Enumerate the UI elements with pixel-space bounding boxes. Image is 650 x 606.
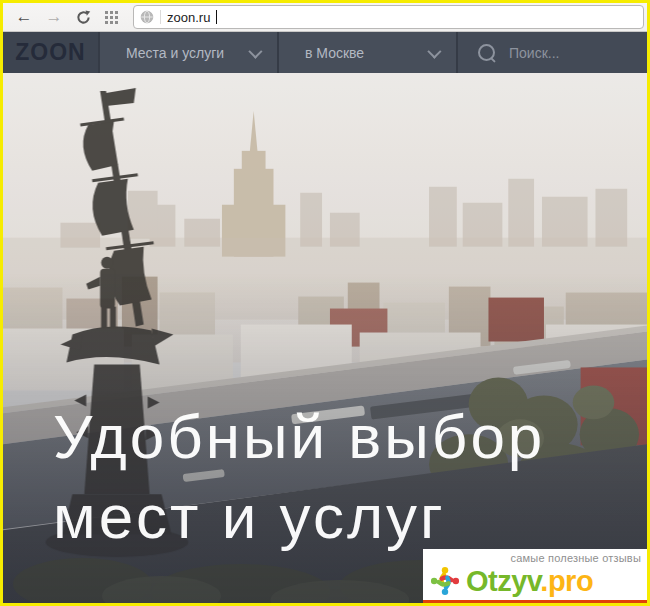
chevron-down-icon	[427, 44, 441, 58]
hero-title-line1: Удобный выбор	[53, 397, 545, 477]
hero-title: Удобный выбор мест и услуг	[53, 397, 545, 557]
hero-title-line2: мест и услуг	[53, 477, 545, 557]
watermark-tagline: самые полезные отзывы	[428, 552, 641, 564]
site-navbar: ZOON Места и услуги в Москве	[3, 32, 647, 73]
nav-dropdown-places-label: Места и услуги	[126, 45, 224, 61]
browser-window: ← →	[0, 0, 650, 606]
forward-icon[interactable]: →	[41, 4, 67, 30]
nav-dropdown-places[interactable]: Места и услуги	[98, 32, 277, 73]
globe-icon	[140, 10, 154, 24]
url-text[interactable]: zoon.ru	[167, 10, 210, 25]
back-icon[interactable]: ←	[11, 4, 37, 30]
apps-grid-icon[interactable]	[99, 5, 123, 29]
hero-section: Удобный выбор мест и услуг самые полезны…	[3, 73, 647, 603]
url-bar[interactable]: zoon.ru	[133, 5, 644, 29]
search-input[interactable]	[507, 44, 650, 62]
otzyv-brand-green: Otzyv	[466, 565, 540, 597]
refresh-icon[interactable]	[71, 5, 95, 29]
otzyv-logo-icon	[428, 564, 462, 598]
nav-dropdown-city-label: в Москве	[305, 45, 364, 61]
otzyv-brand-text[interactable]: Otzyv.pro	[466, 566, 593, 597]
zoon-logo[interactable]: ZOON	[3, 32, 98, 73]
otzyv-brand-yellow: .pro	[540, 565, 593, 597]
text-caret	[216, 10, 217, 24]
otzyv-watermark: самые полезные отзывы	[423, 549, 647, 603]
search-icon	[478, 44, 495, 61]
nav-dropdown-city[interactable]: в Москве	[277, 32, 456, 73]
chevron-down-icon	[248, 44, 262, 58]
browser-toolbar: ← →	[3, 3, 647, 32]
url-separator	[160, 10, 161, 24]
nav-search[interactable]	[456, 32, 650, 73]
